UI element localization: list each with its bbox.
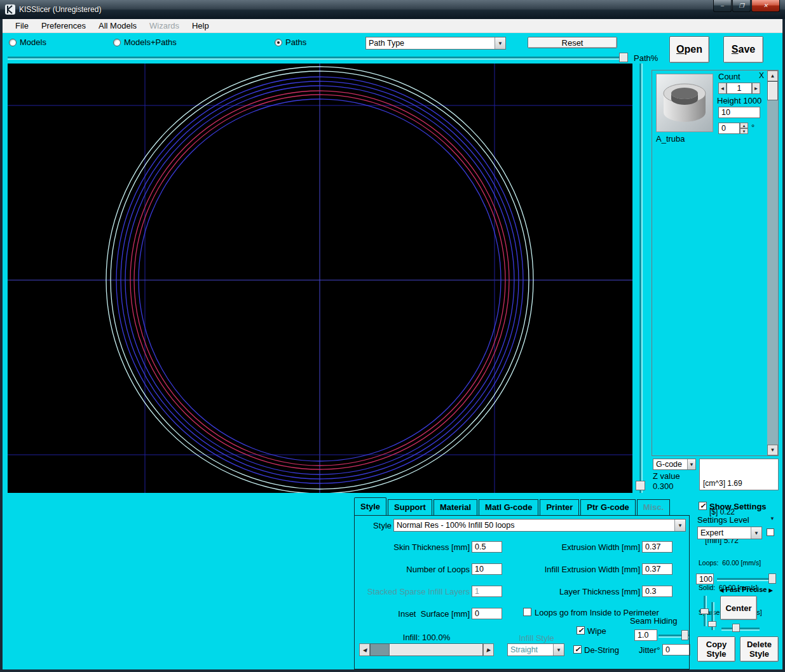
path-percent-slider-handle[interactable] (619, 53, 628, 62)
count-decrement-button[interactable]: ◄ (718, 83, 727, 94)
speed-loops: Loops: 60.00 [mm/s] (699, 559, 762, 567)
radio-paths[interactable]: Paths (275, 37, 306, 47)
degree-label: ° (751, 123, 754, 132)
height-field[interactable]: 10 (718, 107, 760, 118)
rotation-up-button[interactable]: ▲ (740, 123, 748, 128)
window-controls: – ❐ ✕ (713, 0, 780, 12)
vertical-slider-1-handle[interactable] (700, 608, 709, 614)
count-field[interactable]: 1 (727, 83, 752, 94)
small-slider[interactable] (721, 628, 760, 629)
fast-label: Fast (726, 586, 741, 593)
sliced-paths-canvas (8, 64, 632, 493)
minimize-icon: – (721, 3, 724, 9)
z-slider[interactable] (639, 64, 641, 493)
rotation-field[interactable]: 0 (718, 123, 740, 134)
tab-material[interactable]: Material (433, 499, 477, 515)
rotation-down-button[interactable]: ▼ (740, 128, 748, 134)
path-percent-label: Path% (634, 53, 658, 63)
settings-level-select[interactable]: Expert ▼ (697, 527, 762, 539)
chevron-down-icon[interactable]: ▼ (687, 459, 695, 469)
menu-help[interactable]: Help (186, 20, 215, 32)
z-slider-handle[interactable] (636, 481, 645, 490)
delete-style-button[interactable]: DeleteStyle (740, 636, 779, 662)
scrollbar-track[interactable] (767, 81, 778, 445)
spinner-right-icon: ► (754, 86, 759, 91)
copy-style-button[interactable]: CopyStyle (697, 636, 735, 662)
settings-level-value: Expert (698, 528, 751, 538)
3d-viewport[interactable] (8, 64, 632, 493)
menu-all-models[interactable]: All Models (92, 20, 143, 32)
menu-preferences[interactable]: Preferences (35, 20, 92, 32)
tab-misc: Misc. (637, 499, 671, 515)
scrollbar-up-button[interactable]: ▲ (767, 71, 778, 81)
scroll-up-icon: ▲ (770, 73, 775, 79)
settings-level-label: Settings Level (697, 515, 749, 525)
radio-paths-label: Paths (285, 37, 306, 47)
maximize-button[interactable]: ❐ (732, 0, 751, 12)
model-name[interactable]: A_truba (656, 134, 685, 144)
speed-slider[interactable] (717, 578, 775, 580)
fast-precise-control[interactable]: ◀ Fast Precise ▶ (714, 586, 778, 593)
minimize-button[interactable]: – (713, 0, 732, 12)
settings-tabs: Style Support Material Matl G-code Print… (354, 499, 671, 515)
radio-models-label: Models (20, 37, 46, 47)
scrollbar-thumb[interactable] (767, 81, 778, 100)
arrow-right-icon[interactable]: ▶ (768, 588, 772, 593)
radio-models-paths-label: Models+Paths (124, 37, 177, 47)
window-frame-right (782, 19, 785, 672)
scrollbar-down-button[interactable]: ▼ (767, 445, 778, 455)
settings-extra-checkbox[interactable] (767, 528, 774, 536)
menubar: File Preferences All Models Wizards Help (3, 19, 782, 33)
chevron-down-icon[interactable]: ▼ (495, 37, 505, 49)
center-button[interactable]: Center (720, 596, 757, 620)
spinner-up-icon: ▲ (742, 124, 746, 128)
show-settings-checkbox[interactable]: ✓ (699, 502, 707, 510)
titlebar: KISSlicer (Unregistered) – ❐ ✕ (0, 0, 785, 19)
gcode-value: G-code (653, 459, 687, 469)
height-label: Height 1000 (717, 96, 761, 105)
spinner-left-icon: ◄ (720, 86, 725, 91)
tab-ptr-gcode[interactable]: Ptr G-code (580, 499, 635, 515)
open-button[interactable]: Open (669, 36, 709, 63)
show-settings-label: Show Settings (709, 502, 767, 511)
style-tab-panel (354, 515, 690, 669)
maximize-icon: ❐ (739, 3, 744, 9)
window-title: KISSlicer (Unregistered) (19, 5, 101, 14)
menu-file[interactable]: File (9, 20, 35, 32)
model-thumbnail[interactable] (656, 74, 713, 132)
tab-printer[interactable]: Printer (540, 499, 579, 515)
spinner-down-icon: ▼ (742, 130, 746, 133)
check-icon: ✓ (700, 502, 706, 509)
radio-models-paths[interactable]: Models+Paths (113, 37, 177, 47)
app-window: KISSlicer (Unregistered) – ❐ ✕ File Pref… (0, 0, 785, 672)
vertical-slider-2-handle[interactable] (708, 621, 716, 627)
reset-button[interactable]: Reset (528, 37, 617, 48)
speed-slider-handle[interactable] (768, 574, 776, 584)
model-tube-render (657, 74, 713, 131)
count-label: Count (718, 72, 741, 81)
tab-style[interactable]: Style (354, 497, 386, 515)
app-icon (5, 4, 15, 15)
path-type-value: Path Type (366, 38, 495, 48)
path-percent-slider[interactable] (8, 57, 628, 58)
small-slider-handle[interactable] (732, 624, 740, 632)
radio-models[interactable]: Models (9, 37, 46, 47)
count-increment-button[interactable]: ► (752, 83, 760, 94)
z-value: 0.300 (653, 481, 674, 491)
chevron-down-icon[interactable]: ▼ (751, 527, 761, 539)
precise-label: Precise (742, 586, 767, 593)
arrow-left-icon[interactable]: ◀ (720, 588, 723, 593)
gcode-select[interactable]: G-code ▼ (653, 459, 696, 470)
menu-wizards: Wizards (143, 20, 186, 32)
tab-support[interactable]: Support (388, 499, 432, 515)
print-stats: [cm^3] 1.69 [$] 0.22 [min] 5.72 (699, 459, 779, 490)
path-type-select[interactable]: Path Type ▼ (365, 37, 506, 50)
window-frame-bottom (0, 669, 785, 672)
save-button[interactable]: Save (723, 36, 763, 63)
speed-value-field[interactable]: 100 (696, 574, 714, 584)
close-icon: ✕ (763, 3, 768, 9)
settings-level-chevron-icon[interactable]: ▼ (770, 516, 775, 521)
tab-matl-gcode[interactable]: Matl G-code (479, 499, 538, 515)
panel-close-icon[interactable]: X (759, 71, 764, 80)
close-button[interactable]: ✕ (751, 0, 780, 12)
